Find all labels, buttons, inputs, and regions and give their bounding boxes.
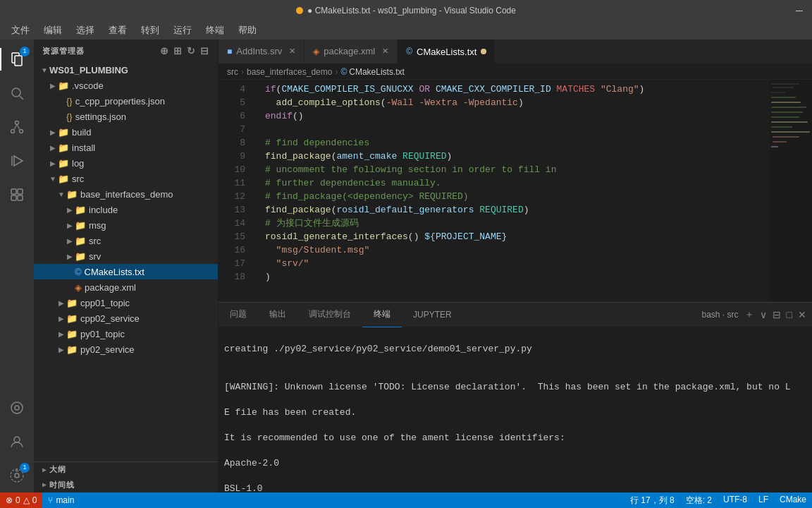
settings-arrow (56, 111, 66, 121)
tree-item-base-interfaces[interactable]: ▼ 📁 base_interfaces_demo (34, 186, 218, 202)
package-xml-label: package.xml (85, 282, 218, 293)
root-label: WS01_PLUMBING (49, 65, 218, 75)
tree-item-vscode[interactable]: ▶ 📁 .vscode (34, 78, 218, 93)
menu-item-转到[interactable]: 转到 (135, 23, 165, 38)
tree-item-install[interactable]: ▶ 📁 install (34, 140, 218, 155)
breadcrumb-file[interactable]: ©CMakeLists.txt (340, 67, 405, 77)
panel-maximize-icon[interactable]: □ (787, 309, 792, 320)
activitybar-scm[interactable] (0, 110, 34, 144)
status-rowcol[interactable]: 行 17，列 8 (625, 495, 680, 507)
tree-item-py01[interactable]: ▶ 📁 py01_topic (34, 326, 218, 341)
term-line-4: E file has been created. (224, 406, 806, 419)
terminal-dropdown-icon[interactable]: ∨ (760, 309, 767, 320)
tree-item-cpp02[interactable]: ▶ 📁 cpp02_service (34, 310, 218, 326)
tab-addints[interactable]: ■ AddInts.srv ✕ (219, 40, 304, 64)
tree-item-log[interactable]: ▶ 📁 log (34, 155, 218, 171)
tree-item-cpp01[interactable]: ▶ 📁 cpp01_topic (34, 295, 218, 310)
cpp01-arrow: ▶ (56, 298, 66, 308)
panel-tab-output[interactable]: 输出 (258, 303, 297, 327)
activitybar-account[interactable] (0, 425, 34, 459)
activitybar-search[interactable] (0, 76, 34, 110)
code-editor[interactable]: if(CMAKE_COMPILER_IS_GNUCXX OR CMAKE_CXX… (254, 80, 770, 302)
root-arrow: ▼ (39, 65, 49, 75)
panel-tab-problems[interactable]: 问题 (219, 303, 258, 327)
svg-rect-13 (11, 195, 16, 200)
tree-item-srv[interactable]: ▶ 📁 srv (34, 248, 218, 264)
activitybar-run[interactable] (0, 144, 34, 178)
explorer-badge: 1 (20, 47, 30, 56)
tree-item-settings[interactable]: {} settings.json (34, 109, 218, 124)
tree-item-cmakelists[interactable]: © CMakeLists.txt (34, 264, 218, 279)
log-folder-icon: 📁 (58, 158, 69, 169)
menu-item-帮助[interactable]: 帮助 (233, 23, 262, 38)
terminal-content[interactable]: creating ./py02_service/py02_service/dem… (219, 327, 812, 492)
settings-icon: {} (66, 111, 73, 122)
svg-rect-25 (771, 102, 801, 103)
breadcrumb-src[interactable]: src (227, 67, 238, 77)
srv-folder-icon: 📁 (75, 251, 86, 262)
install-label: install (72, 143, 218, 153)
sidebar-timeline[interactable]: ▶ 时间线 (34, 477, 218, 492)
terminal-label: bash · src (702, 310, 739, 320)
lineending-label: LF (758, 495, 768, 504)
activitybar-settings[interactable]: 1 (0, 459, 34, 492)
menu-item-终端[interactable]: 终端 (200, 23, 230, 38)
panel-tab-jupyter[interactable]: JUPYTER (402, 303, 463, 327)
terminal-add-icon[interactable]: ＋ (744, 308, 754, 321)
activitybar-extensions[interactable] (0, 178, 34, 212)
status-lineending[interactable]: LF (753, 495, 774, 504)
tree-item-msg[interactable]: ▶ 📁 msg (34, 217, 218, 233)
tree-item-src[interactable]: ▼ 📁 src (34, 171, 218, 186)
status-errors[interactable]: ⊗ 0 △ 0 (0, 492, 42, 508)
svg-rect-21 (771, 83, 799, 85)
minimize-button[interactable]: ─ (792, 4, 806, 18)
settings-badge: 1 (20, 463, 30, 473)
msg-folder-icon: 📁 (75, 220, 86, 231)
panel-close-icon[interactable]: ✕ (798, 309, 806, 320)
status-branch[interactable]: ⑂ main (42, 492, 80, 508)
menu-item-查看[interactable]: 查看 (103, 23, 133, 38)
status-spaces[interactable]: 空格: 2 (680, 495, 718, 507)
panel-tab-terminal[interactable]: 终端 (362, 303, 402, 327)
breadcrumb-base[interactable]: base_interfaces_demo (247, 67, 332, 77)
svg-point-15 (11, 402, 23, 413)
tree-root[interactable]: ▼ WS01_PLUMBING (34, 62, 218, 78)
branch-label: main (56, 495, 74, 505)
base-interfaces-icon: 📁 (66, 189, 78, 200)
sidebar-outline[interactable]: ▶ 大纲 (34, 461, 218, 477)
svg-marker-9 (14, 156, 23, 166)
tree-item-package-xml[interactable]: ◈ package.xml (34, 279, 218, 295)
panel-tab-debug[interactable]: 调试控制台 (297, 303, 362, 327)
new-folder-icon[interactable]: ⊞ (173, 45, 183, 56)
language-label: CMake (780, 495, 806, 504)
refresh-icon[interactable]: ↻ (187, 45, 196, 56)
error-count: 0 (16, 495, 20, 505)
menu-item-选择[interactable]: 选择 (70, 23, 100, 38)
collapse-all-icon[interactable]: ⊟ (200, 45, 209, 56)
svg-line-7 (14, 125, 17, 130)
addints-close-icon[interactable]: ✕ (289, 47, 295, 56)
menu-item-运行[interactable]: 运行 (168, 23, 197, 38)
tab-package[interactable]: ◈ package.xml ✕ (304, 40, 398, 64)
tree-item-py02[interactable]: ▶ 📁 py02_service (34, 341, 218, 357)
menu-item-编辑[interactable]: 编辑 (38, 23, 68, 38)
svg-rect-14 (18, 195, 23, 200)
timeline-arrow: ▶ (39, 480, 49, 490)
new-file-icon[interactable]: ⊕ (160, 45, 169, 56)
tree-item-build[interactable]: ▶ 📁 build (34, 124, 218, 140)
tree-item-c-cpp[interactable]: {} c_cpp_properties.json (34, 93, 218, 109)
status-encoding[interactable]: UTF-8 (718, 495, 753, 504)
status-language[interactable]: CMake (774, 495, 812, 504)
tree-item-src-inner[interactable]: ▶ 📁 src (34, 233, 218, 248)
panel-split-icon[interactable]: ⊟ (773, 309, 781, 320)
msg-label: msg (89, 220, 218, 231)
tab-cmake[interactable]: © CMakeLists.txt (398, 40, 496, 64)
menu-item-文件[interactable]: 文件 (6, 23, 35, 38)
vscode-label: .vscode (72, 80, 218, 91)
activitybar-explorer[interactable]: 1 (0, 42, 34, 76)
activitybar-remote[interactable] (0, 391, 34, 425)
package-close-icon[interactable]: ✕ (382, 47, 388, 56)
cpp02-arrow: ▶ (56, 313, 66, 323)
editor-content[interactable]: 4 5 6 7 8 9 10 11 12 13 14 15 16 17 18 i… (219, 80, 812, 302)
tree-item-include[interactable]: ▶ 📁 include (34, 202, 218, 217)
